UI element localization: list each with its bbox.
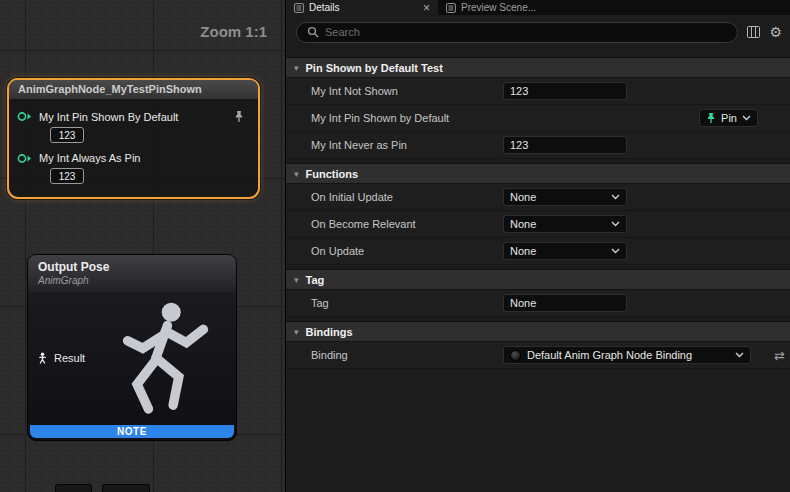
unreal-editor-window: Zoom 1:1 AnimGraphNode_MyTestPinShown My… [0,0,790,492]
offscreen-node-stub[interactable] [102,484,150,492]
tab-label: Preview Scene... [461,2,536,13]
property-row: On Update None [286,238,790,265]
details-tab-bar: Details × Preview Scene... [286,0,790,15]
chevron-down-icon: ▾ [294,169,299,179]
result-pin-label: Result [54,352,85,364]
property-row: My Int Pin Shown by Default Pin [286,105,790,132]
property-label: My Int Never as Pin [311,139,503,151]
node-output-pose[interactable]: Output Pose AnimGraph Result [27,254,237,441]
node-title: Output Pose [38,260,226,274]
pin-label: My Int Pin Shown By Default [39,111,178,123]
pose-pin-icon [37,352,48,364]
search-input[interactable] [325,26,727,38]
anim-graph-canvas[interactable]: Zoom 1:1 AnimGraphNode_MyTestPinShown My… [0,0,285,492]
tab-label: Details [309,2,340,13]
search-box[interactable] [296,22,738,43]
section-title: Pin Shown by Default Test [306,62,443,74]
my-int-not-shown-input[interactable] [503,82,627,100]
gear-icon[interactable]: ⚙ [769,25,782,39]
tag-input[interactable] [503,294,627,312]
node-animgraphnode-mytestpinshown[interactable]: AnimGraphNode_MyTestPinShown My Int Pin … [7,78,260,199]
property-label: On Update [311,245,503,257]
section-title: Tag [306,274,325,286]
property-row: Binding Default Anim Graph Node Binding … [286,342,790,369]
section-title: Bindings [306,326,353,338]
section-title: Functions [306,168,359,180]
pin-label: My Int Always As Pin [39,152,140,164]
chevron-down-icon [742,115,751,121]
property-matrix-icon[interactable] [747,26,760,38]
search-icon [307,26,319,38]
on-update-dropdown[interactable]: None [503,242,627,260]
property-row: My Int Never as Pin [286,132,790,159]
int-pin-icon[interactable] [17,111,32,122]
property-row: My Int Not Shown [286,78,790,105]
tab-preview-scene[interactable]: Preview Scene... [438,0,544,15]
property-row: On Initial Update None [286,184,790,211]
chevron-down-icon [611,221,620,227]
dropdown-value: None [510,191,536,203]
property-list: ▾ Pin Shown by Default Test My Int Not S… [286,57,790,369]
property-label: Tag [311,297,503,309]
details-panel: Details × Preview Scene... [285,0,790,492]
node-title[interactable]: AnimGraphNode_MyTestPinShown [9,80,258,100]
node-header[interactable]: Output Pose AnimGraph [28,255,236,292]
property-label: My Int Not Shown [311,85,503,97]
node-subtitle: AnimGraph [38,275,226,286]
pin-row: My Int Always As Pin [17,152,250,164]
result-pin[interactable]: Result [37,352,85,364]
property-label: On Initial Update [311,191,503,203]
dropdown-value: None [510,245,536,257]
section-bindings: ▾ Bindings Binding Default Anim Graph No… [286,321,790,369]
on-initial-update-dropdown[interactable]: None [503,188,627,206]
section-header[interactable]: ▾ Functions [286,163,790,184]
binding-dropdown[interactable]: Default Anim Graph Node Binding [503,346,751,364]
binding-class-icon [510,350,521,361]
section-functions: ▾ Functions On Initial Update None [286,163,790,265]
section-header[interactable]: ▾ Tag [286,269,790,290]
pin-visibility-dropdown[interactable]: Pin [699,109,758,127]
chevron-down-icon [735,352,744,358]
property-row: On Become Relevant None [286,211,790,238]
details-tab-icon [294,3,304,13]
offscreen-node-stub[interactable] [55,484,92,492]
chevron-down-icon: ▾ [294,275,299,285]
node-body: My Int Pin Shown By Default 123 My Int A… [9,100,258,197]
note-banner[interactable]: NOTE [30,425,234,438]
int-pin-icon[interactable] [17,153,32,164]
property-label: On Become Relevant [311,218,503,230]
property-row: Tag [286,290,790,317]
pushpin-icon[interactable] [233,110,245,123]
section-header[interactable]: ▾ Pin Shown by Default Test [286,57,790,78]
tab-details[interactable]: Details × [286,0,438,15]
close-icon[interactable]: × [423,3,430,13]
pin-value-field[interactable]: 123 [50,127,84,143]
my-int-never-as-pin-input[interactable] [503,136,627,154]
details-toolbar: ⚙ [286,15,790,49]
swap-arrows-icon[interactable]: ⇄ [774,348,785,363]
property-label: My Int Pin Shown by Default [311,112,503,124]
pin-row: My Int Pin Shown By Default [17,110,250,123]
chevron-down-icon [611,248,620,254]
zoom-level-label: Zoom 1:1 [200,23,267,40]
chevron-down-icon: ▾ [294,327,299,337]
section-tag: ▾ Tag Tag [286,269,790,317]
dropdown-value: Pin [721,112,737,124]
preview-scene-tab-icon [446,3,456,13]
section-pin-shown-by-default-test: ▾ Pin Shown by Default Test My Int Not S… [286,57,790,159]
chevron-down-icon: ▾ [294,63,299,73]
dropdown-value: Default Anim Graph Node Binding [527,349,692,361]
pin-value-field[interactable]: 123 [50,168,84,184]
section-header[interactable]: ▾ Bindings [286,321,790,342]
pin-icon [706,112,716,124]
property-label: Binding [311,349,503,361]
chevron-down-icon [611,194,620,200]
dropdown-value: None [510,218,536,230]
mannequin-image [82,299,232,427]
on-become-relevant-dropdown[interactable]: None [503,215,627,233]
